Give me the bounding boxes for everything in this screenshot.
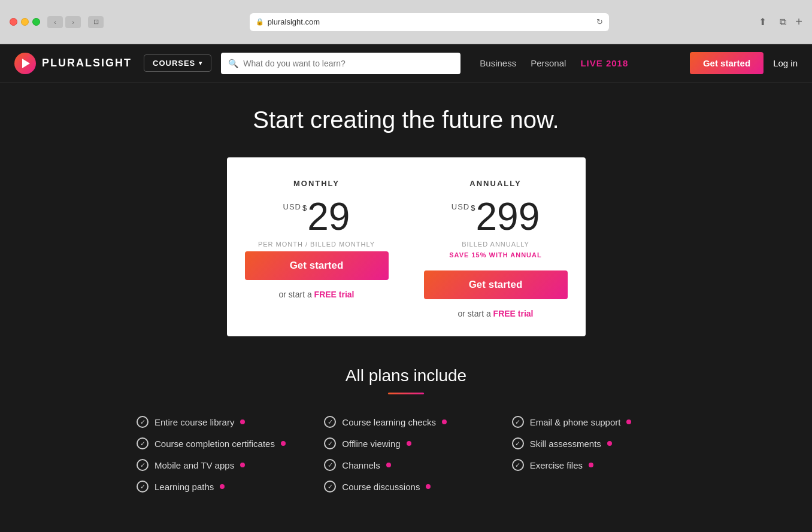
monthly-free-trial-link[interactable]: FREE trial <box>314 290 355 299</box>
search-input[interactable] <box>243 59 453 68</box>
annual-plan-name: ANNUALLY <box>469 179 521 188</box>
logo-icon <box>14 53 36 74</box>
features-grid: ✓ Entire course library ✓ Course learnin… <box>137 416 675 493</box>
nav-login-link[interactable]: Log in <box>773 58 798 68</box>
search-bar: 🔍 <box>221 53 460 74</box>
feature-text: Learning paths <box>154 482 214 492</box>
add-tab-overlay-button[interactable]: ⧉ <box>775 14 790 30</box>
nav-live-link[interactable]: LIVE 2018 <box>580 58 628 68</box>
feature-text: Course completion certificates <box>154 439 275 449</box>
feature-text: Exercise files <box>530 460 583 470</box>
feature-text: Channels <box>342 460 380 470</box>
feature-text: Mobile and TV apps <box>154 460 234 470</box>
close-button[interactable] <box>10 18 17 26</box>
nav-links: Business Personal LIVE 2018 <box>480 58 628 68</box>
annual-dollar: $ <box>471 203 475 212</box>
feature-text: Course discussions <box>342 482 420 492</box>
monthly-free-trial-prefix: or start a <box>278 290 314 299</box>
check-circle-icon: ✓ <box>512 437 524 449</box>
monthly-period: PER MONTH / BILLED MONTHLY <box>258 241 375 248</box>
annual-free-trial-prefix: or start a <box>457 309 493 318</box>
nav-business-link[interactable]: Business <box>480 58 516 68</box>
monthly-plan-name: MONTHLY <box>293 179 340 188</box>
maximize-button[interactable] <box>32 18 40 26</box>
annual-get-started-button[interactable]: Get started <box>424 270 568 299</box>
feature-dot <box>240 419 245 424</box>
lock-icon: 🔒 <box>256 18 264 26</box>
hero-title: Start creating the future now. <box>253 107 559 133</box>
monthly-price-row: USD $ 29 <box>283 197 350 236</box>
courses-dropdown-label: COURSES <box>153 59 195 68</box>
check-circle-icon: ✓ <box>137 437 149 449</box>
browser-chrome: ‹ › ⊡ 🔒 pluralsight.com ↻ ⬆ ⧉ + <box>0 0 812 44</box>
monthly-dollar: $ <box>302 203 307 212</box>
plans-include-section: All plans include ✓ Entire course librar… <box>137 366 675 493</box>
feature-dot <box>589 463 593 467</box>
feature-dot <box>442 419 447 424</box>
navbar: PLURALSIGHT COURSES 🔍 Business Personal … <box>0 44 812 83</box>
monthly-get-started-button[interactable]: Get started <box>245 251 389 280</box>
forward-button[interactable]: › <box>65 16 81 28</box>
main-content: Start creating the future now. MONTHLY U… <box>0 83 812 516</box>
feature-item: ✓ Course discussions <box>324 481 487 493</box>
feature-dot <box>220 484 225 489</box>
check-circle-icon: ✓ <box>324 481 336 493</box>
feature-text: Course learning checks <box>342 417 436 427</box>
monthly-plan-card: MONTHLY USD $ 29 PER MONTH / BILLED MONT… <box>227 157 407 336</box>
feature-item: ✓ Entire course library <box>137 416 300 428</box>
annual-save-text: SAVE 15% WITH ANNUAL <box>449 251 541 259</box>
feature-item: ✓ Course learning checks <box>324 416 487 428</box>
feature-item: ✓ Offline viewing <box>324 437 487 449</box>
address-bar[interactable]: 🔒 pluralsight.com ↻ <box>250 13 609 31</box>
feature-dot <box>240 463 245 467</box>
check-circle-icon: ✓ <box>512 416 524 428</box>
check-circle-icon: ✓ <box>324 416 336 428</box>
check-circle-icon: ✓ <box>137 459 149 471</box>
plans-divider <box>388 393 424 394</box>
app: PLURALSIGHT COURSES 🔍 Business Personal … <box>0 44 812 532</box>
logo[interactable]: PLURALSIGHT <box>14 53 132 74</box>
monthly-currency: USD <box>283 202 301 211</box>
tab-view-button[interactable]: ⊡ <box>88 16 104 28</box>
feature-item: ✓ Mobile and TV apps <box>137 459 300 471</box>
nav-actions: Get started Log in <box>690 52 798 74</box>
feature-text: Skill assessments <box>530 439 601 449</box>
refresh-button[interactable]: ↻ <box>596 17 603 26</box>
nav-get-started-button[interactable]: Get started <box>690 52 763 74</box>
feature-item: ✓ Channels <box>324 459 487 471</box>
logo-text: PLURALSIGHT <box>42 57 132 69</box>
feature-item: ✓ Course completion certificates <box>137 437 300 449</box>
annual-plan-card: ANNUALLY USD $ 299 BILLED ANNUALLY SAVE … <box>406 157 586 336</box>
feature-text: Email & phone support <box>530 417 621 427</box>
monthly-free-trial-text: or start a FREE trial <box>278 290 354 299</box>
traffic-lights <box>10 18 40 26</box>
annual-price-row: USD $ 299 <box>452 197 540 236</box>
logo-play-icon <box>22 59 30 68</box>
courses-dropdown[interactable]: COURSES <box>144 54 211 72</box>
feature-text: Entire course library <box>154 417 234 427</box>
annual-free-trial-link[interactable]: FREE trial <box>493 309 534 318</box>
new-tab-button[interactable]: + <box>795 15 802 29</box>
search-icon: 🔍 <box>228 59 238 68</box>
feature-dot <box>281 441 286 446</box>
feature-dot <box>607 441 612 446</box>
share-button[interactable]: ⬆ <box>755 14 770 30</box>
address-text: pluralsight.com <box>268 17 320 26</box>
check-circle-icon: ✓ <box>137 416 149 428</box>
annual-free-trial-text: or start a FREE trial <box>457 309 533 318</box>
annual-amount: 299 <box>475 197 540 236</box>
plans-include-title: All plans include <box>137 366 675 385</box>
annual-currency: USD <box>452 202 469 211</box>
feature-item: ✓ Skill assessments <box>512 437 675 449</box>
feature-dot <box>426 484 431 489</box>
back-button[interactable]: ‹ <box>47 16 63 28</box>
nav-personal-link[interactable]: Personal <box>531 58 566 68</box>
check-circle-icon: ✓ <box>324 437 336 449</box>
minimize-button[interactable] <box>21 18 29 26</box>
feature-text: Offline viewing <box>342 439 400 449</box>
check-circle-icon: ✓ <box>137 481 149 493</box>
annual-period: BILLED ANNUALLY <box>462 241 529 248</box>
feature-dot <box>386 463 391 467</box>
check-circle-icon: ✓ <box>512 459 524 471</box>
feature-item: ✓ Learning paths <box>137 481 300 493</box>
